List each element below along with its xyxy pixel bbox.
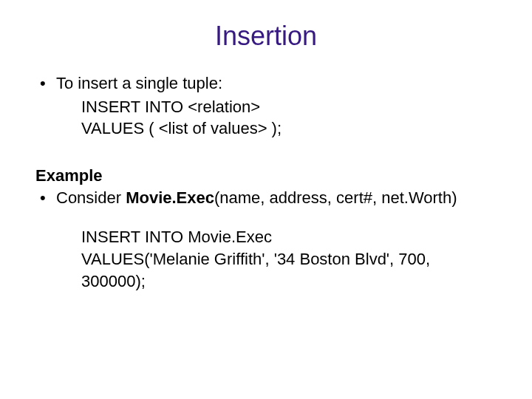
slide: Insertion • To insert a single tuple: IN… [0, 0, 532, 399]
code-line: VALUES('Melanie Griffith', '34 Boston Bl… [35, 248, 497, 292]
bullet-item: • Consider Movie.Exec(name, address, cer… [35, 187, 497, 209]
schema-args: (name, address, cert#, net.Worth) [214, 188, 457, 207]
slide-body: • To insert a single tuple: INSERT INTO … [35, 72, 497, 293]
text: Consider [56, 188, 126, 207]
code-line: INSERT INTO Movie.Exec [35, 226, 497, 248]
bullet-icon: • [35, 72, 56, 95]
bullet-item: • To insert a single tuple: [35, 72, 497, 95]
bullet-icon: • [35, 187, 56, 209]
slide-title: Insertion [35, 21, 497, 52]
code-line: VALUES ( <list of values> ); [35, 117, 497, 140]
example-heading: Example [35, 165, 497, 187]
schema-name: Movie.Exec [126, 188, 214, 207]
code-line: INSERT INTO <relation> [35, 96, 497, 118]
bullet-text: To insert a single tuple: [56, 72, 497, 95]
bullet-text: Consider Movie.Exec(name, address, cert#… [56, 187, 497, 209]
